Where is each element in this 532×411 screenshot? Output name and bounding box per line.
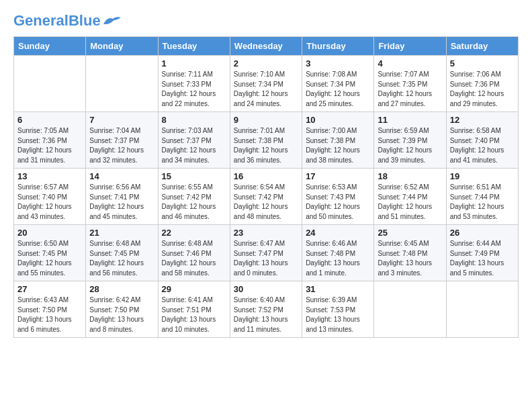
calendar-cell: 23Sunrise: 6:47 AMSunset: 7:47 PMDayligh… xyxy=(230,225,302,281)
calendar-week-3: 13Sunrise: 6:57 AMSunset: 7:40 PMDayligh… xyxy=(14,169,519,225)
day-number: 4 xyxy=(378,58,442,68)
header: GeneralBlue xyxy=(13,13,519,28)
day-info: Sunrise: 6:53 AMSunset: 7:43 PMDaylight:… xyxy=(306,183,370,222)
calendar-cell xyxy=(374,281,446,338)
day-number: 18 xyxy=(378,171,442,181)
weekday-header-row: SundayMondayTuesdayWednesdayThursdayFrid… xyxy=(14,37,519,56)
day-info: Sunrise: 7:07 AMSunset: 7:35 PMDaylight:… xyxy=(378,70,442,109)
calendar-cell: 26Sunrise: 6:44 AMSunset: 7:49 PMDayligh… xyxy=(446,225,518,281)
day-info: Sunrise: 6:48 AMSunset: 7:45 PMDaylight:… xyxy=(89,239,154,278)
calendar-cell: 31Sunrise: 6:39 AMSunset: 7:53 PMDayligh… xyxy=(302,281,374,338)
day-number: 23 xyxy=(234,228,298,238)
calendar-week-4: 20Sunrise: 6:50 AMSunset: 7:45 PMDayligh… xyxy=(14,225,519,281)
calendar-cell: 24Sunrise: 6:46 AMSunset: 7:48 PMDayligh… xyxy=(302,225,374,281)
weekday-wednesday: Wednesday xyxy=(230,37,302,56)
day-number: 1 xyxy=(162,58,226,68)
day-number: 9 xyxy=(234,115,298,125)
day-info: Sunrise: 7:01 AMSunset: 7:38 PMDaylight:… xyxy=(234,126,298,165)
calendar-cell: 19Sunrise: 6:51 AMSunset: 7:44 PMDayligh… xyxy=(446,169,518,225)
day-number: 12 xyxy=(450,115,515,125)
calendar-cell: 10Sunrise: 7:00 AMSunset: 7:38 PMDayligh… xyxy=(302,112,374,169)
day-number: 5 xyxy=(450,58,515,68)
day-number: 30 xyxy=(234,284,298,294)
calendar-cell: 18Sunrise: 6:52 AMSunset: 7:44 PMDayligh… xyxy=(374,169,446,225)
calendar-cell: 12Sunrise: 6:58 AMSunset: 7:40 PMDayligh… xyxy=(446,112,518,169)
day-info: Sunrise: 6:50 AMSunset: 7:45 PMDaylight:… xyxy=(17,239,82,278)
day-number: 26 xyxy=(450,228,515,238)
day-number: 2 xyxy=(234,58,298,68)
weekday-saturday: Saturday xyxy=(446,37,518,56)
day-number: 19 xyxy=(450,171,515,181)
day-info: Sunrise: 7:03 AMSunset: 7:37 PMDaylight:… xyxy=(162,126,226,165)
calendar-cell: 21Sunrise: 6:48 AMSunset: 7:45 PMDayligh… xyxy=(86,225,158,281)
day-number: 24 xyxy=(306,228,370,238)
weekday-sunday: Sunday xyxy=(14,37,86,56)
day-number: 21 xyxy=(89,228,154,238)
day-info: Sunrise: 6:59 AMSunset: 7:39 PMDaylight:… xyxy=(378,126,442,165)
day-info: Sunrise: 6:58 AMSunset: 7:40 PMDaylight:… xyxy=(450,126,515,165)
logo: GeneralBlue xyxy=(13,13,122,28)
day-info: Sunrise: 6:41 AMSunset: 7:51 PMDaylight:… xyxy=(162,295,226,334)
calendar-cell xyxy=(86,56,158,112)
day-info: Sunrise: 6:56 AMSunset: 7:41 PMDaylight:… xyxy=(89,183,154,222)
day-info: Sunrise: 7:05 AMSunset: 7:36 PMDaylight:… xyxy=(17,126,82,165)
calendar-cell: 4Sunrise: 7:07 AMSunset: 7:35 PMDaylight… xyxy=(374,56,446,112)
day-info: Sunrise: 6:43 AMSunset: 7:50 PMDaylight:… xyxy=(17,295,82,334)
weekday-friday: Friday xyxy=(374,37,446,56)
day-number: 28 xyxy=(89,284,154,294)
page: GeneralBlue SundayMondayTuesdayWednesday… xyxy=(0,0,532,345)
day-number: 25 xyxy=(378,228,442,238)
day-info: Sunrise: 6:46 AMSunset: 7:48 PMDaylight:… xyxy=(306,239,370,278)
day-info: Sunrise: 7:10 AMSunset: 7:34 PMDaylight:… xyxy=(234,70,298,109)
day-number: 3 xyxy=(306,58,370,68)
calendar-cell: 8Sunrise: 7:03 AMSunset: 7:37 PMDaylight… xyxy=(158,112,230,169)
day-number: 20 xyxy=(17,228,82,238)
calendar-cell: 13Sunrise: 6:57 AMSunset: 7:40 PMDayligh… xyxy=(14,169,86,225)
logo-general: General xyxy=(13,12,69,29)
day-info: Sunrise: 6:52 AMSunset: 7:44 PMDaylight:… xyxy=(378,183,442,222)
calendar-cell: 14Sunrise: 6:56 AMSunset: 7:41 PMDayligh… xyxy=(86,169,158,225)
day-number: 22 xyxy=(162,228,226,238)
day-info: Sunrise: 6:39 AMSunset: 7:53 PMDaylight:… xyxy=(306,295,370,334)
calendar-cell: 11Sunrise: 6:59 AMSunset: 7:39 PMDayligh… xyxy=(374,112,446,169)
day-info: Sunrise: 7:08 AMSunset: 7:34 PMDaylight:… xyxy=(306,70,370,109)
day-number: 7 xyxy=(89,115,154,125)
day-info: Sunrise: 7:00 AMSunset: 7:38 PMDaylight:… xyxy=(306,126,370,165)
day-info: Sunrise: 6:51 AMSunset: 7:44 PMDaylight:… xyxy=(450,183,515,222)
day-info: Sunrise: 6:40 AMSunset: 7:52 PMDaylight:… xyxy=(234,295,298,334)
day-info: Sunrise: 6:42 AMSunset: 7:50 PMDaylight:… xyxy=(89,295,154,334)
day-number: 29 xyxy=(162,284,226,294)
calendar-cell: 25Sunrise: 6:45 AMSunset: 7:48 PMDayligh… xyxy=(374,225,446,281)
day-number: 14 xyxy=(89,171,154,181)
calendar-cell: 1Sunrise: 7:11 AMSunset: 7:33 PMDaylight… xyxy=(158,56,230,112)
day-info: Sunrise: 7:04 AMSunset: 7:37 PMDaylight:… xyxy=(89,126,154,165)
weekday-monday: Monday xyxy=(86,37,158,56)
calendar-cell: 6Sunrise: 7:05 AMSunset: 7:36 PMDaylight… xyxy=(14,112,86,169)
day-number: 13 xyxy=(17,171,82,181)
calendar-cell: 29Sunrise: 6:41 AMSunset: 7:51 PMDayligh… xyxy=(158,281,230,338)
calendar-cell: 27Sunrise: 6:43 AMSunset: 7:50 PMDayligh… xyxy=(14,281,86,338)
day-number: 8 xyxy=(162,115,226,125)
calendar-cell: 30Sunrise: 6:40 AMSunset: 7:52 PMDayligh… xyxy=(230,281,302,338)
calendar-cell: 17Sunrise: 6:53 AMSunset: 7:43 PMDayligh… xyxy=(302,169,374,225)
calendar-cell: 5Sunrise: 7:06 AMSunset: 7:36 PMDaylight… xyxy=(446,56,518,112)
calendar-cell: 15Sunrise: 6:55 AMSunset: 7:42 PMDayligh… xyxy=(158,169,230,225)
day-info: Sunrise: 7:11 AMSunset: 7:33 PMDaylight:… xyxy=(162,70,226,109)
day-number: 27 xyxy=(17,284,82,294)
logo-text: GeneralBlue xyxy=(13,13,101,28)
day-info: Sunrise: 6:48 AMSunset: 7:46 PMDaylight:… xyxy=(162,239,226,278)
calendar-cell xyxy=(446,281,518,338)
day-info: Sunrise: 6:47 AMSunset: 7:47 PMDaylight:… xyxy=(234,239,298,278)
day-number: 17 xyxy=(306,171,370,181)
day-info: Sunrise: 6:45 AMSunset: 7:48 PMDaylight:… xyxy=(378,239,442,278)
day-info: Sunrise: 6:54 AMSunset: 7:42 PMDaylight:… xyxy=(234,183,298,222)
calendar-cell xyxy=(14,56,86,112)
calendar-week-1: 1Sunrise: 7:11 AMSunset: 7:33 PMDaylight… xyxy=(14,56,519,112)
calendar-cell: 2Sunrise: 7:10 AMSunset: 7:34 PMDaylight… xyxy=(230,56,302,112)
calendar-cell: 20Sunrise: 6:50 AMSunset: 7:45 PMDayligh… xyxy=(14,225,86,281)
day-info: Sunrise: 7:06 AMSunset: 7:36 PMDaylight:… xyxy=(450,70,515,109)
calendar-cell: 16Sunrise: 6:54 AMSunset: 7:42 PMDayligh… xyxy=(230,169,302,225)
weekday-tuesday: Tuesday xyxy=(158,37,230,56)
calendar-cell: 9Sunrise: 7:01 AMSunset: 7:38 PMDaylight… xyxy=(230,112,302,169)
calendar-table: SundayMondayTuesdayWednesdayThursdayFrid… xyxy=(13,36,519,338)
